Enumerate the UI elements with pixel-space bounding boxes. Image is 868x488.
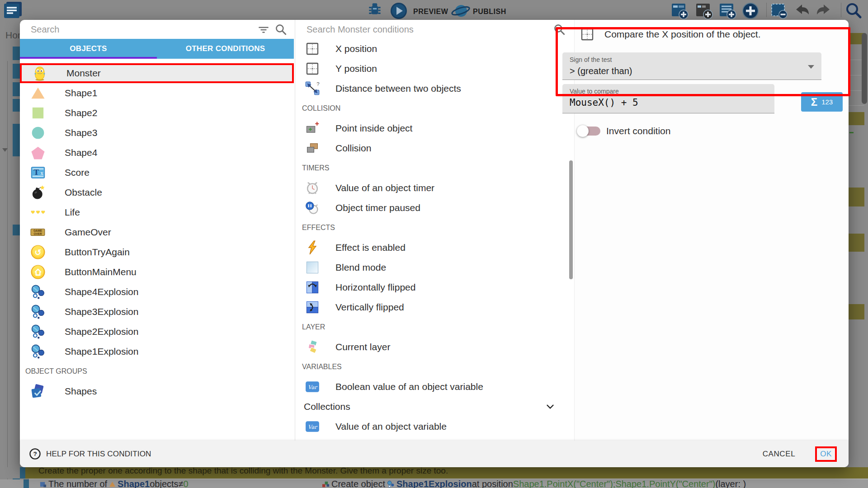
- condition-label: Collision: [335, 143, 371, 154]
- create-object-icon: [322, 480, 330, 488]
- condition-row-horizontally-flipped[interactable]: Horizontally flipped: [297, 277, 566, 297]
- event-row: The number of Shape1 objects ≠ 0 Create …: [0, 479, 868, 488]
- sign-of-test-value: > (greater than): [570, 66, 821, 76]
- condition-label: Current layer: [335, 342, 390, 352]
- section-effects: EFFECTS: [297, 218, 574, 238]
- object-row-shape1[interactable]: Shape1: [20, 83, 294, 103]
- condition-row-collections[interactable]: Collections: [297, 397, 566, 417]
- condition-label: Point inside object: [335, 123, 412, 134]
- value-to-compare-label: Value to compare: [570, 88, 774, 95]
- mini-explosion-icon: [387, 480, 395, 488]
- object-row-gameover[interactable]: GAMEOVERGameOver: [20, 222, 294, 242]
- condition-row-value-of-an-object-timer[interactable]: Value of an object timer: [297, 178, 566, 198]
- object-row-monster[interactable]: Monster: [20, 63, 294, 83]
- layer-icon: [305, 340, 320, 354]
- condition-label: Boolean value of an object variable: [335, 381, 483, 392]
- square-icon: [30, 105, 46, 121]
- home-tab: Home: [5, 30, 21, 41]
- text-segment: Shape1.PointX("Center");Shape1.PointY("C…: [513, 479, 716, 488]
- toggle-knob: [577, 125, 589, 137]
- condition-row-collision[interactable]: Collision: [297, 138, 566, 158]
- monster-icon: [32, 66, 47, 81]
- blend-mode-icon: [305, 260, 320, 275]
- tab-objects[interactable]: OBJECTS: [20, 39, 157, 59]
- object-row-shape4[interactable]: Shape4: [20, 143, 294, 163]
- condition-row-vertically-flipped[interactable]: Vertically flipped: [297, 297, 566, 317]
- text-segment: The number of: [48, 479, 107, 488]
- svg-text:?: ?: [316, 81, 319, 87]
- condition-row-object-timer-paused[interactable]: Object timer paused: [297, 198, 566, 218]
- row-separator: [849, 105, 864, 106]
- event-block: [13, 64, 20, 79]
- expression-editor-button[interactable]: Σ 123: [801, 92, 843, 112]
- invert-condition-toggle[interactable]: [580, 127, 600, 136]
- object-label: Shape3Explosion: [65, 306, 138, 317]
- small-square-icon: [40, 481, 47, 488]
- expression-123-label: 123: [821, 98, 833, 106]
- object-row-shape4explosion[interactable]: Shape4Explosion: [20, 282, 294, 302]
- filter-icon[interactable]: [257, 23, 270, 36]
- comment-row-edge: [849, 188, 864, 206]
- hearts-icon: [30, 205, 46, 220]
- add-comment-icon: [719, 2, 737, 20]
- condition-row-distance-between-two-objects[interactable]: ?Distance between two objects: [297, 79, 566, 99]
- object-row-life[interactable]: Life: [20, 202, 294, 222]
- event-indent-tab: [20, 467, 25, 479]
- toolbar-search-icon: [844, 2, 863, 20]
- condition-row-point-inside-object[interactable]: Point inside object: [297, 118, 566, 138]
- sign-of-test-select[interactable]: Sign of the test > (greater than): [562, 52, 821, 80]
- triangle-icon: [30, 85, 46, 101]
- object-row-shape2[interactable]: Shape2: [20, 103, 294, 123]
- condition-search-input[interactable]: [307, 24, 549, 35]
- effect-icon: [305, 240, 320, 255]
- condition-label: Horizontally flipped: [335, 282, 415, 293]
- tree-arrow-icon: [2, 148, 8, 152]
- object-label: Score: [65, 167, 90, 178]
- object-row-obstacle[interactable]: Obstacle: [20, 183, 294, 202]
- object-label: Obstacle: [65, 187, 102, 198]
- search-icon[interactable]: [552, 23, 566, 36]
- try-again-button-icon: ↺: [30, 244, 46, 260]
- text-segment: 0: [184, 479, 189, 488]
- cancel-button[interactable]: CANCEL: [763, 450, 796, 459]
- object-label: Shape1Explosion: [65, 346, 138, 357]
- position-icon: [305, 61, 320, 76]
- condition-row-value-of-an-object-variable[interactable]: VarValue of an object variable: [297, 417, 566, 436]
- position-icon: [580, 27, 594, 42]
- ok-annotation-box: OK: [815, 446, 837, 462]
- ok-button[interactable]: OK: [820, 450, 832, 459]
- dialog-footer: ? HELP FOR THIS CONDITION CANCEL OK: [20, 441, 849, 467]
- condition-row-current-layer[interactable]: Current layer: [297, 337, 566, 357]
- object-groups-header: OBJECT GROUPS: [20, 361, 294, 381]
- timer-paused-icon: [305, 201, 320, 215]
- object-search-input[interactable]: [31, 24, 253, 35]
- small-triangle-icon: [109, 481, 116, 488]
- condition-list-scrollbar[interactable]: [569, 160, 573, 279]
- tab-other-conditions[interactable]: OTHER CONDITIONS: [157, 39, 294, 59]
- condition-search-box: [297, 20, 574, 39]
- object-row-buttonmainmenu[interactable]: ButtonMainMenu: [20, 262, 294, 282]
- condition-row-effect-is-enabled[interactable]: Effect is enabled: [297, 238, 566, 258]
- object-label: Shape4: [65, 147, 97, 158]
- object-row-shape1explosion[interactable]: Shape1Explosion: [20, 342, 294, 361]
- condition-row-boolean-value-of-an-object-variable[interactable]: VarBoolean value of an object variable: [297, 377, 566, 397]
- event-condition-text: The number of Shape1 objects ≠ 0: [38, 479, 189, 488]
- object-row-buttontryagain[interactable]: ↺ButtonTryAgain: [20, 242, 294, 262]
- search-icon[interactable]: [274, 23, 288, 36]
- object-row-shape3explosion[interactable]: Shape3Explosion: [20, 302, 294, 322]
- object-row-shapes[interactable]: Shapes: [20, 381, 294, 401]
- object-row-shape3[interactable]: Shape3: [20, 123, 294, 143]
- help-for-condition-button[interactable]: ? HELP FOR THIS CONDITION: [29, 448, 151, 460]
- value-to-compare-input[interactable]: [570, 97, 764, 108]
- explosion-icon: [30, 324, 46, 339]
- preview-button: PREVIEW: [413, 8, 448, 16]
- condition-row-x-position[interactable]: X position: [297, 39, 566, 59]
- help-icon: ?: [29, 448, 41, 460]
- value-to-compare-field: Value to compare: [562, 84, 774, 113]
- condition-row-y-position[interactable]: Y position: [297, 59, 566, 79]
- timer-icon: [305, 181, 320, 195]
- condition-row-blend-mode[interactable]: Blend mode: [297, 258, 566, 277]
- object-row-shape2explosion[interactable]: Shape2Explosion: [20, 322, 294, 342]
- explosion-icon: [30, 304, 46, 319]
- object-row-score[interactable]: TxScore: [20, 163, 294, 183]
